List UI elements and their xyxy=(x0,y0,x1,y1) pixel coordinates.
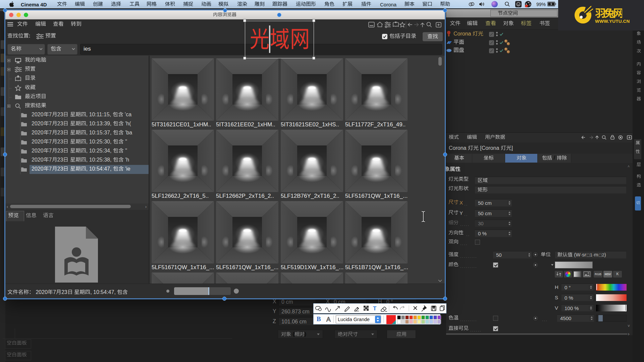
svg-text:T: T xyxy=(373,305,377,312)
svg-text:A: A xyxy=(326,316,331,322)
